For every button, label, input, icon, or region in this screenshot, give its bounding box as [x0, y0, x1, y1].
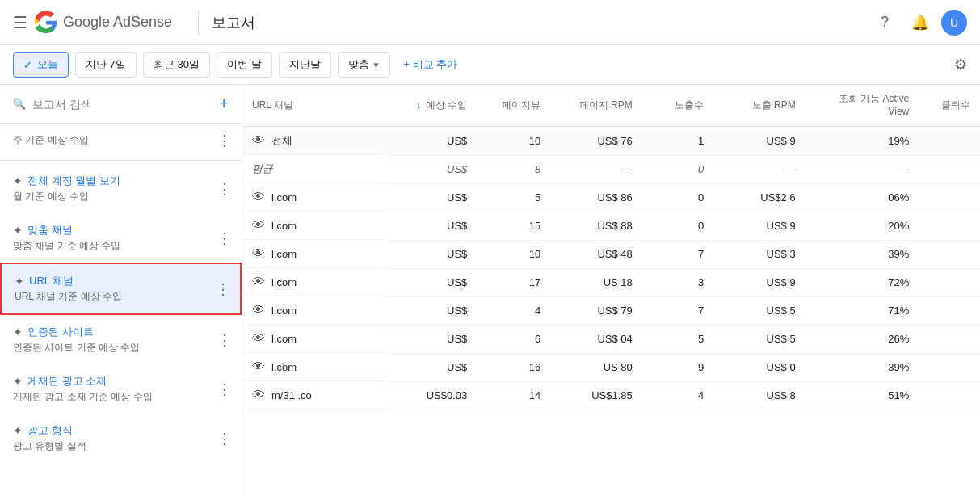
sort-desc-icon: ↓	[417, 99, 422, 111]
cell-page_rpm: US 18	[550, 268, 642, 296]
sidebar-item-url-channel[interactable]: ✦ URL 채널 URL 채널 기준 예상 수입 ⋮	[0, 263, 242, 315]
eye-toggle-icon[interactable]: 👁	[252, 275, 265, 289]
sparkle-icon-3: ✦	[15, 275, 24, 288]
table-body: 👁전체US$10US$ 761US$ 919%평균US$8—0——👁l.comU…	[242, 127, 980, 410]
table-row: 👁l.comUS$15US$ 880US$ 920%	[242, 212, 980, 240]
sidebar-item-all-account-monthly-header: ✦ 전체 계정 월별 보기	[13, 174, 229, 188]
sparkle-icon-5: ✦	[13, 375, 23, 388]
sidebar-item-url-channel-subtitle: URL 채널 기준 예상 수입	[15, 290, 227, 304]
cell-clicks	[919, 268, 980, 296]
sidebar-item-verified-site-subtitle: 인증된 사이트 기준 예상 수입	[13, 341, 229, 355]
cell-pageviews: 4	[477, 296, 550, 325]
cell-active_view: 72%	[805, 268, 919, 296]
sidebar-item-ad-format[interactable]: ✦ 광고 형식 광고 유형별 실적 ⋮	[0, 414, 242, 463]
sidebar-item-custom-channel[interactable]: ✦ 맞춤 채널 맞춤 채널 기준 예상 수입 ⋮	[0, 213, 242, 263]
this-month-button[interactable]: 이번 달	[217, 52, 272, 78]
sidebar-item-verified-site-title: 인증된 사이트	[27, 325, 94, 339]
eye-toggle-icon[interactable]: 👁	[252, 359, 265, 374]
compare-add-button[interactable]: + 비교 추가	[397, 53, 464, 77]
sidebar-item-custom-channel-subtitle: 맞춤 채널 기준 예상 수입	[13, 239, 229, 253]
cell-active_view: 06%	[805, 183, 919, 212]
cell-impressions: 1	[642, 127, 713, 156]
sidebar-item-placed-ad[interactable]: ✦ 게재된 광고 소재 게재된 광고 소재 기준 예상 수입 ⋮	[0, 364, 242, 414]
cell-revenue: US$	[385, 240, 477, 268]
cell-revenue: US$	[385, 268, 477, 296]
notifications-button[interactable]: 🔔	[906, 8, 935, 37]
sidebar-search-bar: 🔍 +	[0, 85, 242, 124]
cell-active_view: 39%	[805, 353, 919, 381]
cell-clicks	[919, 127, 980, 156]
sidebar-item-all-account-monthly-subtitle: 월 기준 예상 수입	[13, 190, 229, 204]
col-header-imp-rpm: 노출 RPM	[713, 85, 805, 127]
cell-impressions: 7	[642, 296, 713, 325]
sidebar-item-all-account-monthly[interactable]: ✦ 전체 계정 월별 보기 월 기준 예상 수입 ⋮	[0, 164, 242, 213]
cell-revenue: US$	[385, 296, 477, 325]
hamburger-menu[interactable]: ☰	[13, 13, 27, 32]
sidebar-item-custom-channel-menu[interactable]: ⋮	[217, 229, 232, 247]
cell-clicks	[919, 212, 980, 240]
cell-page_rpm: US$ 76	[550, 127, 642, 156]
cell-active_view: 71%	[805, 296, 919, 325]
cell-page_rpm: —	[550, 155, 642, 183]
cell-page_rpm: US$ 86	[550, 183, 642, 212]
sidebar-item-custom-channel-header: ✦ 맞춤 채널	[13, 223, 229, 237]
sidebar-item-all-account-monthly-menu[interactable]: ⋮	[217, 180, 232, 198]
sidebar-item-weekly-revenue-title: 주 기준 예상 수입	[13, 133, 89, 147]
sparkle-icon-1: ✦	[13, 174, 23, 187]
avatar[interactable]: U	[941, 10, 967, 36]
sidebar-item-ad-format-menu[interactable]: ⋮	[217, 430, 232, 448]
cell-page_rpm: US 80	[550, 353, 642, 381]
sidebar-item-weekly-revenue[interactable]: 주 기준 예상 수입 ⋮	[0, 124, 242, 157]
sidebar-item-placed-ad-subtitle: 게재된 광고 소재 기준 예상 수입	[13, 390, 229, 404]
table-row: 👁l.comUS$17US 183US$ 972%	[242, 268, 980, 296]
table-row: 평균US$8—0——	[242, 155, 980, 183]
logo: Google AdSense	[34, 11, 172, 35]
sidebar-item-url-channel-header: ✦ URL 채널	[15, 274, 227, 288]
sidebar-item-verified-site[interactable]: ✦ 인증된 사이트 인증된 사이트 기준 예상 수입 ⋮	[0, 315, 242, 364]
search-input[interactable]	[32, 98, 212, 111]
add-report-button[interactable]: +	[219, 95, 229, 113]
sidebar-item-verified-site-menu[interactable]: ⋮	[217, 331, 232, 349]
last-month-button[interactable]: 지난달	[279, 52, 331, 78]
settings-button[interactable]: ⚙	[954, 56, 967, 74]
app-container: ☰ Google AdSense 보고서 ? 🔔 U ✓ 오늘 지난 7일	[0, 0, 980, 496]
cell-active_view: 26%	[805, 325, 919, 353]
col-header-clicks: 클릭수	[919, 85, 980, 127]
eye-toggle-icon[interactable]: 👁	[252, 190, 265, 204]
cell-imp_rpm: US$ 8	[713, 381, 805, 410]
sidebar-item-placed-ad-menu[interactable]: ⋮	[217, 380, 232, 398]
cell-pageviews: 15	[477, 212, 550, 240]
cell-impressions: 4	[642, 381, 713, 410]
table-row: 👁l.comUS$4US$ 797US$ 571%	[242, 296, 980, 325]
cell-page_rpm: US$ 88	[550, 212, 642, 240]
cell-pageviews: 8	[477, 155, 550, 183]
cell-imp_rpm: US$ 0	[713, 353, 805, 381]
report-table: URL 채널 ↓ 예상 수입 페이지뷰 페이지 RPM	[242, 85, 980, 410]
table-row: 👁l.comUS$10US$ 487US$ 339%	[242, 240, 980, 268]
eye-toggle-icon[interactable]: 👁	[252, 303, 265, 317]
cell-pageviews: 10	[477, 127, 550, 156]
table-row: 👁l.comUS$6US$ 045US$ 526%	[242, 325, 980, 353]
sidebar-divider-1	[0, 160, 242, 161]
eye-toggle-icon[interactable]: 👁	[252, 331, 265, 346]
eye-toggle-icon[interactable]: 👁	[252, 218, 265, 233]
cell-url: l.com	[271, 361, 297, 373]
last7-button[interactable]: 지난 7일	[75, 52, 137, 78]
custom-button[interactable]: 맞춤 ▼	[338, 52, 391, 78]
sidebar-item-url-channel-menu[interactable]: ⋮	[216, 280, 230, 298]
eye-toggle-icon[interactable]: 👁	[252, 246, 265, 261]
eye-toggle-icon[interactable]: 👁	[252, 133, 265, 148]
last30-button[interactable]: 최근 30일	[143, 52, 210, 78]
sidebar-item-weekly-revenue-menu[interactable]: ⋮	[217, 132, 232, 149]
cell-imp_rpm: US$ 5	[713, 296, 805, 325]
cell-active_view: 20%	[805, 212, 919, 240]
cell-pageviews: 14	[477, 381, 550, 410]
eye-toggle-icon[interactable]: 👁	[252, 388, 265, 402]
help-button[interactable]: ?	[870, 8, 899, 37]
sparkle-icon-6: ✦	[13, 424, 23, 437]
cell-url: l.com	[271, 305, 297, 317]
col-header-revenue: ↓ 예상 수입	[385, 85, 477, 127]
col-header-page-rpm: 페이지 RPM	[550, 85, 642, 127]
today-button[interactable]: ✓ 오늘	[13, 52, 69, 78]
cell-impressions: 7	[642, 240, 713, 268]
